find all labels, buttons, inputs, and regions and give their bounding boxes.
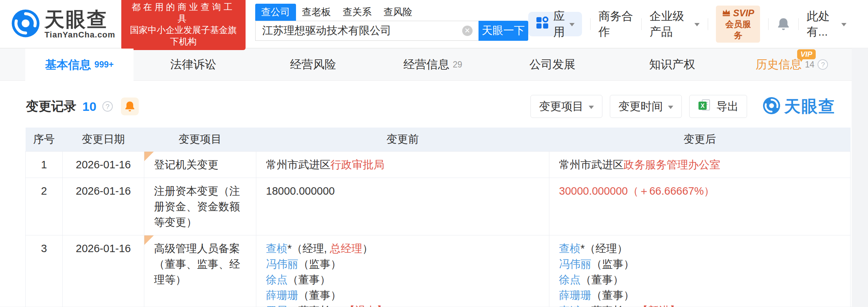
text-segment: 常州市武进区 [266, 159, 331, 171]
grid-icon [536, 16, 549, 32]
tab-label: 法律诉讼 [170, 57, 216, 72]
page-tab-6[interactable]: 历史信息14?VIP [732, 49, 852, 80]
value-line: 冯伟丽（监事） [559, 256, 841, 272]
user-menu[interactable]: 此处有... [807, 9, 846, 40]
person-link[interactable]: 罗屏 [266, 305, 287, 307]
table-header-cell: 变更后 [549, 128, 851, 151]
person-link[interactable]: 徐点 [266, 274, 287, 285]
cell-change-item: 高级管理人员备案（董事、监事、经理等） [144, 235, 256, 307]
person-link[interactable]: 薛珊珊 [266, 289, 298, 301]
tab-count: 999+ [95, 60, 114, 70]
person-link[interactable]: 李斌 [559, 305, 581, 307]
slogan-line2: 国家中小企业发展子基金旗下机构 [126, 24, 240, 47]
divider [708, 18, 708, 30]
search-tab-company[interactable]: 查公司 [255, 4, 296, 21]
person-link[interactable]: 徐点 [559, 274, 581, 285]
logo-text: 天眼查 [45, 9, 115, 29]
page-tab-4[interactable]: 公司发展 [493, 49, 612, 80]
table-row: 32026-01-16高级管理人员备案（董事、监事、经理等）查桢*（经理, 总经… [26, 235, 851, 307]
search-tab-boss[interactable]: 查老板 [296, 4, 337, 21]
tianyancha-logo[interactable]: 天眼查 TianYanCha.com [11, 9, 115, 39]
person-link[interactable]: 查桢 [559, 242, 581, 254]
table-row: 12026-01-16登记机关变更常州市武进区行政审批局常州市武进区政务服务管理… [26, 151, 851, 178]
value-line: 徐点（董事） [266, 272, 539, 287]
nav-item-business[interactable]: 商务合作 [599, 9, 633, 40]
notification-bell-icon[interactable] [777, 17, 790, 31]
cell-index: 2 [26, 178, 63, 235]
text-segment: （董事） [581, 274, 624, 285]
chevron-down-icon [841, 23, 846, 26]
tab-count: 14 [805, 60, 815, 70]
change-item-text: 登记机关变更 [154, 159, 218, 171]
apps-label: 应用 [553, 9, 565, 40]
cell-change-date: 2026-01-16 [63, 235, 144, 307]
svg-text:X: X [701, 103, 705, 109]
person-link[interactable]: 查桢 [266, 242, 287, 254]
search-tab-risk[interactable]: 查风险 [378, 4, 418, 21]
subscribe-bell-button[interactable] [121, 98, 139, 115]
user-label: 此处有... [807, 9, 838, 40]
tab-label: 知识产权 [649, 57, 695, 72]
value-line: 常州市武进区政务服务管理办公室 [559, 157, 841, 172]
cell-after: 常州市武进区政务服务管理办公室 [549, 151, 851, 178]
brand-slogan: 都在用的商业查询工具 国家中小企业发展子基金旗下机构 [121, 0, 246, 50]
divider [798, 18, 799, 30]
svip-button[interactable]: SVIP 会员服务 [716, 6, 760, 43]
svip-sublabel: 会员服务 [722, 19, 754, 41]
change-item-text: 高级管理人员备案（董事、监事、经理等） [154, 242, 240, 285]
clear-icon[interactable]: ✕ [462, 26, 473, 36]
table-header-cell: 变更日期 [63, 128, 144, 151]
cell-change-date: 2026-01-16 [63, 151, 144, 178]
page-tab-2[interactable]: 经营风险 [253, 49, 373, 80]
person-link[interactable]: 冯伟丽 [266, 258, 298, 270]
text-segment: 【新进】 [637, 305, 680, 307]
page-tab-0[interactable]: 基本信息999+ [25, 49, 134, 81]
nav-item-enterprise[interactable]: 企业级产品 [650, 9, 699, 40]
filter-time-label: 变更时间 [618, 99, 663, 114]
tabbar-lead-spacer [0, 49, 25, 80]
help-icon[interactable]: ? [818, 59, 828, 70]
tab-label: 历史信息 [756, 57, 802, 72]
logo-domain: TianYanCha.com [45, 31, 115, 39]
person-link[interactable]: 薛珊珊 [559, 289, 591, 301]
section-title: 变更记录 [26, 98, 76, 115]
export-button[interactable]: X 导出 [689, 95, 747, 118]
cell-after: 查桢*（经理）冯伟丽（监事）徐点（董事）薛珊珊（董事）李斌（董事长） 【新进】 [549, 235, 851, 307]
apps-button[interactable]: 应用 [528, 12, 582, 36]
search-input[interactable] [255, 21, 479, 41]
filter-change-item-button[interactable]: 变更项目 [530, 95, 602, 118]
text-segment: （董事长） [581, 305, 637, 307]
search-area: 查公司 查老板 查关系 查风险 ✕ 天眼一下 [255, 4, 528, 41]
page-tab-1[interactable]: 法律诉讼 [134, 49, 253, 80]
text-segment: *（经理） [581, 242, 628, 254]
value-line: 30000.000000（＋66.66667%） [559, 183, 841, 199]
slogan-line1: 都在用的商业查询工具 [126, 1, 240, 24]
enterprise-label: 企业级产品 [650, 9, 690, 40]
text-segment: 常州市武进区 [559, 159, 624, 171]
search-button[interactable]: 天眼一下 [479, 21, 528, 41]
table-header-row: 序号变更日期变更项目变更前变更后 [26, 128, 851, 151]
search-tab-relation[interactable]: 查关系 [337, 4, 378, 21]
person-link[interactable]: 冯伟丽 [559, 258, 591, 270]
filter-change-time-button[interactable]: 变更时间 [610, 95, 682, 118]
cell-before: 18000.000000 [256, 178, 549, 235]
corner-marker-icon [144, 235, 154, 245]
text-segment: 政务服务管理办公室 [624, 159, 720, 171]
chevron-down-icon [569, 23, 575, 26]
table-row: 22026-01-16注册资本变更（注册资金、资金数额等变更）18000.000… [26, 178, 851, 235]
page-tab-3[interactable]: 经营信息29 [373, 49, 493, 80]
divider [768, 18, 769, 30]
page-tab-5[interactable]: 知识产权 [612, 49, 732, 80]
text-segment: 30000.000000（＋66.66667%） [559, 185, 714, 197]
chevron-down-icon [668, 106, 673, 109]
cell-after: 30000.000000（＋66.66667%） [549, 178, 851, 235]
text-segment: （董事） [591, 289, 634, 301]
export-label: 导出 [716, 99, 739, 114]
text-segment: （监事） [591, 258, 634, 270]
value-line: 18000.000000 [266, 183, 539, 199]
divider [590, 18, 591, 30]
value-line: 查桢*（经理, 总经理） [266, 241, 539, 256]
watermark-text: 天眼查 [784, 96, 835, 118]
help-icon[interactable]: ? [102, 101, 113, 112]
text-segment: （监事） [298, 258, 341, 270]
